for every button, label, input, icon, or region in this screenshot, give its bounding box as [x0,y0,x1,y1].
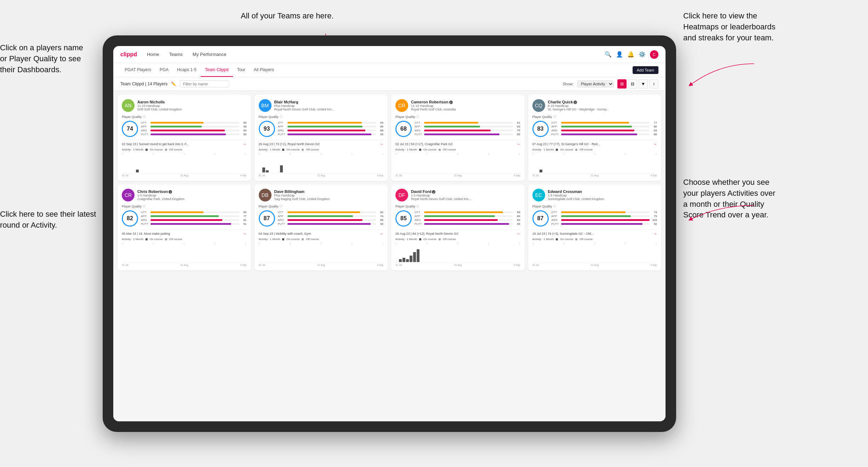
chart-labels: 31 Jul 21 Aug 4 Sep [532,174,657,177]
tab-pgat-players[interactable]: PGAT Players [120,63,155,77]
quality-circle: 93 [259,121,275,137]
activity-section: Activity · 1 Month On course Off course … [122,148,247,177]
navbar: clippd Home Teams My Performance 🔍 👤 🔔 ⚙… [113,46,666,63]
players-grid: AN Aaron Nicholls 11-15 Handicap Drift G… [113,91,666,421]
activity-label: Activity · 1 Month On course Off course [259,148,384,151]
activity-section: Activity · 1 Month On course Off course … [395,238,520,266]
player-avatar: BM [259,99,272,112]
quality-body[interactable]: 68 OTT 61 APP 63 ARG 75 PUTT 85 [395,121,520,137]
tab-all-players[interactable]: All Players [250,63,278,77]
round-arrow-icon[interactable]: → [516,142,520,146]
add-team-button[interactable]: Add Team [633,66,658,74]
player-handicap: 1-5 Handicap [548,194,657,197]
player-card[interactable]: CR Cameron Robertson✓ 11-15 Handicap Roy… [391,95,525,181]
round-arrow-icon[interactable]: → [379,232,383,236]
activity-label: Activity · 1 Month On course Off course [122,148,247,151]
player-card[interactable]: DF David Ford✓ 1-5 Handicap Royal North … [391,184,525,270]
latest-round[interactable]: 02 Sep 23 | Sunset round to get back int… [122,140,247,146]
quality-bars: OTT 84 APP 85 ARG 88 PUTT 95 [278,121,384,137]
chart-labels: 31 Jul 21 Aug 4 Sep [532,264,657,266]
mini-chart [532,245,657,263]
settings-icon[interactable]: ⚙️ [639,51,646,58]
card-header: BM Blair McHarg Plus Handicap Royal Nort… [259,99,384,112]
player-card[interactable]: DB Dave Billingham Plus Handicap Sag Mag… [255,184,388,270]
mini-chart [395,156,520,173]
player-name[interactable]: David Ford✓ [411,189,520,194]
quality-score: 74 [127,126,133,132]
quality-body[interactable]: 85 OTT 89 APP 80 ARG 83 PUTT 96 [395,210,520,227]
player-name[interactable]: Charlie Quick✓ [548,100,657,104]
quality-body[interactable]: 87 OTT 73 APP 79 ARG 103 PUTT 92 [532,210,657,227]
quality-body[interactable]: 74 OTT 60 APP 58 ARG 84 PUTT 85 [122,121,247,137]
mini-chart [532,156,657,173]
list-view-button[interactable]: ⊟ [628,79,637,89]
player-club: Sunningdale Golf Club, United Kingdom [548,197,657,201]
activity-section: Activity · 1 Month On course Off course … [259,238,384,266]
player-handicap: 1-5 Handicap [411,194,520,197]
round-arrow-icon[interactable]: → [516,232,520,236]
player-name[interactable]: Edward Crossman [548,189,657,194]
grid-view-button[interactable]: ⊞ [617,79,627,89]
arrow-heatmaps [683,57,761,92]
round-arrow-icon[interactable]: → [243,142,247,146]
user-icon[interactable]: 👤 [616,51,623,58]
quality-score: 87 [537,215,544,222]
tab-pga[interactable]: PGA [155,63,173,77]
activity-section: Activity · 1 Month On course Off course … [395,148,520,177]
nav-my-performance[interactable]: My Performance [191,52,228,57]
brand-logo: clippd [120,51,137,58]
activity-section: Activity · 1 Month On course Off course … [532,238,657,266]
quality-body[interactable]: 93 OTT 84 APP 85 ARG 88 PUTT 95 [259,121,384,137]
show-select[interactable]: Player Activity [577,80,614,87]
quality-body[interactable]: 82 OTT 60 APP 77 ARG 81 PUTT 91 [122,210,247,227]
round-arrow-icon[interactable]: → [243,232,247,236]
latest-round[interactable]: 26 Aug 23 | 84 (+12), Royal North Devon … [395,229,520,236]
avatar-icon[interactable]: C [650,50,658,59]
player-name[interactable]: Blair McHarg [274,100,384,104]
player-card[interactable]: CR Chris Robertson✓ 1-5 Handicap Craigmi… [118,184,251,270]
player-card[interactable]: EC Edward Crossman 1-5 Handicap Sunningd… [528,184,662,270]
nav-teams[interactable]: Teams [168,52,184,57]
search-input[interactable] [180,80,229,87]
tab-tour[interactable]: Tour [233,63,250,77]
nav-home[interactable]: Home [145,52,161,57]
edit-icon[interactable]: ✏️ [171,81,176,86]
player-name[interactable]: Chris Robertson✓ [137,189,247,194]
chart-labels: 31 Jul 21 Aug 4 Sep [259,264,384,266]
quality-body[interactable]: 87 OTT 82 APP 74 ARG 85 PUTT 94 [259,210,384,227]
player-card[interactable]: BM Blair McHarg Plus Handicap Royal Nort… [255,95,388,181]
latest-round[interactable]: 26 Aug 23 | 73 (+1), Royal North Devon G… [259,140,384,146]
quality-label: Player Quality ⓘ [259,115,384,119]
bell-icon[interactable]: 🔔 [627,51,634,58]
player-card[interactable]: AN Aaron Nicholls 11-15 Handicap Drift G… [118,95,251,181]
filter-button[interactable]: ▼ [639,79,648,89]
player-card[interactable]: CQ Charlie Quick✓ 6-10 Handicap St. Geor… [528,95,662,181]
latest-round[interactable]: 05 Mar 23 | 19, Must make putting → [122,229,247,236]
round-arrow-icon[interactable]: → [379,142,383,146]
search-icon[interactable]: 🔍 [605,51,612,58]
quality-score: 82 [127,215,133,222]
annotation-latest-round: Click here to see their latestround or A… [0,209,96,231]
card-header: DF David Ford✓ 1-5 Handicap Royal North … [395,189,520,201]
player-name[interactable]: Dave Billingham [274,189,384,194]
round-arrow-icon[interactable]: → [653,142,657,146]
tab-team-clippd[interactable]: Team Clippd [201,63,233,77]
quality-circle: 85 [395,210,412,227]
quality-circle: 82 [122,210,138,227]
player-handicap: 11-15 Handicap [411,104,520,108]
sort-button[interactable]: ↕ [649,79,658,89]
activity-label: Activity · 1 Month On course Off course [122,238,247,241]
latest-round[interactable]: 07 Aug 23 | 77 (+7), St George's Hill GC… [532,140,657,146]
chart-labels: 31 Jul 21 Aug 4 Sep [122,264,247,266]
quality-body[interactable]: 83 OTT 77 APP 80 ARG 83 PUTT 86 [532,121,657,137]
quality-bars: OTT 61 APP 63 ARG 75 PUTT 85 [415,121,520,137]
latest-round[interactable]: 18 Jul 23 | 74 (+3), Sunningdale GC - Ol… [532,229,657,236]
tab-hcaps[interactable]: Hcaps 1-5 [173,63,201,77]
round-arrow-icon[interactable]: → [653,232,657,236]
player-club: St. George's Hill GC - Weybridge - Surre… [548,108,657,111]
latest-round[interactable]: 04 Sep 23 | Mobility with coach, Gym → [259,229,384,236]
latest-round[interactable]: 02 Jul 23 | 59 (+17), Craigmillar Park G… [395,140,520,146]
player-name[interactable]: Aaron Nicholls [137,100,247,104]
player-name[interactable]: Cameron Robertson✓ [411,100,520,104]
toolbar: Team Clippd | 14 Players ✏️ Show: Player… [113,77,666,91]
